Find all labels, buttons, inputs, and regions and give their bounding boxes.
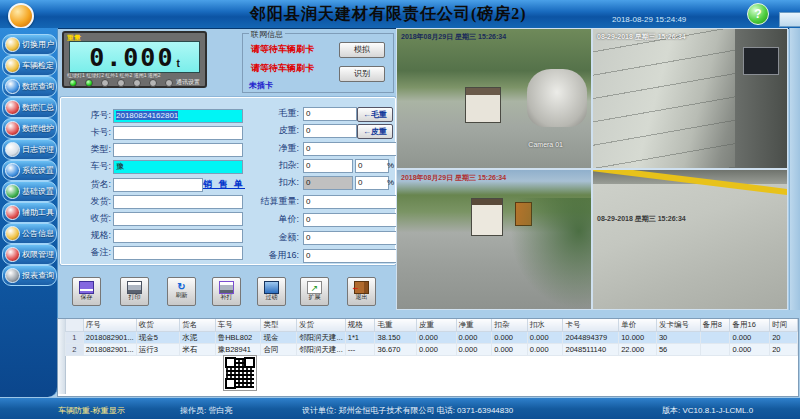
moisture-pct-input[interactable]: 0	[355, 176, 389, 190]
guard-booth	[471, 198, 503, 236]
led-off-icon	[165, 79, 173, 87]
sidebar-item-data-query[interactable]: 数据查询	[2, 76, 57, 97]
camera-view-3[interactable]: 2018年08月29日 星期三 15:26:34	[396, 169, 592, 310]
print-button[interactable]: 打印	[120, 277, 149, 306]
table-row[interactable]: 1 2018082901... 现金5 水泥 鲁HBL802 现金 邻阳润天建.…	[66, 332, 798, 344]
truck-icon	[5, 58, 20, 73]
sidebar-item-base-settings[interactable]: 基础设置	[2, 181, 57, 202]
unit-price-input[interactable]: 0	[303, 213, 397, 227]
guard-booth	[465, 87, 501, 123]
chart-icon	[5, 100, 20, 115]
vendor-text: 设计单位: 郑州金恒电子技术有限公司 电话: 0371-63944830	[302, 405, 513, 416]
impurity-input[interactable]: 0	[303, 159, 353, 173]
refresh-button[interactable]: 刷新	[167, 277, 196, 306]
receiver-input[interactable]	[113, 212, 243, 226]
reprint-button[interactable]: 补打	[212, 277, 241, 306]
lcd-screen: 0.000 t	[69, 41, 200, 73]
impurity-pct-input[interactable]: 0	[355, 159, 389, 173]
impurity-label: 扣杂:	[245, 159, 299, 171]
weight-readout: 0.000	[89, 45, 174, 70]
app-logo-icon	[8, 3, 34, 29]
goods-label: 货名:	[67, 178, 111, 190]
camera-view-1[interactable]: 2018年08月29日 星期三 15:26:34 Camera 01	[396, 28, 592, 169]
moisture-label: 扣水:	[245, 176, 299, 188]
qr-finder-icon	[225, 357, 236, 368]
sidebar-item-permission[interactable]: 权限管理	[2, 244, 57, 265]
sidebar-item-switch-user[interactable]: 切换用户	[2, 34, 57, 55]
status-bar: 车辆防重-称重显示 操作员: 訾白亮 设计单位: 郑州金恒电子技术有限公司 电话…	[0, 397, 800, 419]
simulate-button[interactable]: 模拟	[339, 42, 385, 58]
percent-sign: %	[387, 161, 394, 170]
spec-label: 规格:	[67, 229, 111, 241]
sidebar-item-report-query[interactable]: 报表查询	[2, 265, 57, 286]
weigh-button[interactable]: 过磅	[257, 277, 286, 306]
weigh-form: 序号: 20180824162801 卡号: 类型: 车号: 豫 货名: 销 售…	[60, 97, 396, 265]
capture-tare-button[interactable]: ←皮重	[357, 124, 393, 139]
save-button[interactable]: 保存	[72, 277, 101, 306]
moisture-input[interactable]: 0	[303, 176, 353, 190]
capture-gross-button[interactable]: ←毛重	[357, 107, 393, 122]
amount-label: 金额:	[245, 231, 299, 243]
help-icon[interactable]: ?	[747, 3, 769, 25]
type-input[interactable]	[113, 143, 243, 157]
recognize-button[interactable]: 识别	[339, 66, 385, 82]
net-input[interactable]: 0	[303, 142, 397, 156]
network-info-group: 联网信息 请等待车辆刷卡 请等待车辆刷卡 未插卡 模拟 识别	[242, 33, 394, 93]
comm-settings-link[interactable]: 通讯设置	[176, 78, 200, 87]
net-label: 净重:	[245, 142, 299, 154]
info-icon	[5, 226, 20, 241]
sender-label: 发货:	[67, 195, 111, 207]
monitor-icon	[264, 281, 279, 294]
sidebar-item-aux-tools[interactable]: 辅助工具	[2, 202, 57, 223]
sidebar: 切换用户 车辆检定 数据查询 数据汇总 数据维护 日志管理 系统设置 基础设置 …	[0, 28, 58, 397]
camera-timestamp: 08-29-2018 星期三 15:26:34	[597, 32, 686, 42]
sidebar-item-notice[interactable]: 公告信息	[2, 223, 57, 244]
sidebar-item-log-manage[interactable]: 日志管理	[2, 139, 57, 160]
camera-timestamp: 2018年08月29日 星期三 15:26:34	[401, 173, 506, 183]
gross-label: 毛重:	[245, 107, 299, 119]
tools-icon	[5, 205, 20, 220]
extend-button[interactable]: 扩展	[300, 277, 329, 306]
version-text: 版本: VC10.8.1-J-LCML.0	[662, 405, 753, 416]
card-no-input[interactable]	[113, 126, 243, 140]
mixer-truck	[527, 69, 587, 127]
qr-finder-icon	[225, 378, 236, 389]
camera-view-4[interactable]: 08-29-2018 星期三 15:26:34	[592, 169, 788, 310]
table-header-row: 序号 收货 货名 车号 类型 发货 规格 毛重 皮重 净重 扣杂 扣水 卡号 单…	[66, 319, 798, 332]
qr-code	[223, 355, 257, 391]
sender-input[interactable]	[113, 195, 243, 209]
camera-view-2[interactable]: 08-29-2018 星期三 15:26:34	[592, 28, 788, 169]
sales-slip-link[interactable]: 销 售 单	[203, 178, 245, 191]
led-on-icon	[85, 79, 93, 87]
amount-input[interactable]: 0	[303, 231, 397, 245]
serial-input[interactable]: 20180824162801	[113, 109, 243, 123]
goods-input[interactable]	[113, 178, 203, 192]
titlebar-widget	[779, 12, 800, 27]
floppy-icon	[79, 281, 94, 294]
spec-input[interactable]	[113, 229, 243, 243]
exit-button[interactable]: 退出	[347, 277, 376, 306]
percent-sign: %	[387, 178, 394, 187]
sidebar-item-data-maintain[interactable]: 数据维护	[2, 118, 57, 139]
table-row[interactable]: 2 2018082901... 运行3 米石 豫B28941 合同 邻阳润天建.…	[66, 344, 798, 356]
type-label: 类型:	[67, 143, 111, 155]
sidebar-item-data-summary[interactable]: 数据汇总	[2, 97, 57, 118]
sidebar-item-system-settings[interactable]: 系统设置	[2, 160, 57, 181]
right-scrollbar[interactable]	[789, 28, 800, 310]
records-table: 序号 收货 货名 车号 类型 发货 规格 毛重 皮重 净重 扣杂 扣水 卡号 单…	[65, 319, 798, 356]
camera-timestamp: 08-29-2018 星期三 15:26:34	[597, 214, 686, 224]
settle-weight-label: 结算重量:	[245, 195, 299, 207]
qr-finder-icon	[244, 357, 255, 368]
plate-input[interactable]: 豫	[113, 160, 243, 174]
tare-input[interactable]: 0	[303, 124, 357, 138]
serial-label: 序号:	[67, 109, 111, 121]
settle-weight-input[interactable]: 0	[303, 195, 397, 209]
gross-input[interactable]: 0	[303, 107, 357, 121]
scale-display: 重量 0.000 t 红绿灯1 红绿灯2 红外1 红外2 道闸1 道闸2 通讯设…	[62, 31, 207, 88]
remark-input[interactable]	[113, 246, 243, 260]
spare16-input[interactable]: 0	[303, 249, 397, 263]
wrench-icon	[5, 121, 20, 136]
sidebar-item-vehicle-check[interactable]: 车辆检定	[2, 55, 57, 76]
spare16-label: 备用16:	[245, 249, 299, 261]
remark-label: 备注:	[67, 246, 111, 258]
